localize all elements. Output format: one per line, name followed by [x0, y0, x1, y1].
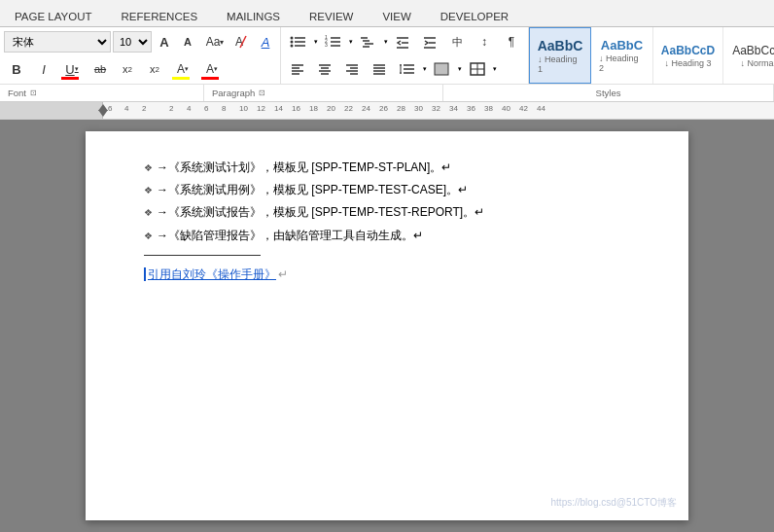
bullet-item-4: ❖ →《缺陷管理报告》，由缺陷管理工具自动生成。↵ — [144, 227, 630, 245]
italic-button[interactable]: I — [31, 56, 56, 82]
bullet-symbol-4: ❖ — [144, 229, 153, 244]
decrease-indent-button[interactable] — [390, 29, 415, 54]
bullet-item-1: ❖ →《系统测试计划》，模板见 [SPP-TEMP-ST-PLAN]。↵ — [144, 159, 630, 177]
line-spacing-button[interactable] — [394, 56, 421, 82]
font-color-button[interactable]: A▾ — [198, 56, 226, 82]
font-size-select[interactable]: 10 — [113, 31, 152, 53]
bullet-text-3: →《系统测试报告》，模板见 [SPP-TEMP-TEST-REPORT]。↵ — [157, 203, 484, 222]
style-heading3-preview: AaBbCcD — [661, 44, 715, 57]
style-normal[interactable]: AaBbCcD ↓ Normal — [723, 27, 774, 84]
svg-point-6 — [291, 45, 294, 48]
chinese-layout-button[interactable]: 中 — [444, 29, 470, 54]
bullet-symbol-2: ❖ — [144, 183, 153, 198]
svg-point-2 — [291, 37, 294, 40]
style-heading2[interactable]: AaBbC ↓ Heading 2 — [591, 27, 653, 84]
bullet-item-2: ❖ →《系统测试用例》，模板见 [SPP-TEMP-TEST-CASE]。↵ — [144, 181, 630, 199]
paragraph-expand-icon[interactable]: ⊡ — [259, 89, 265, 97]
tab-review[interactable]: REVIEW — [295, 5, 368, 27]
reference-arrow: ↵ — [278, 266, 288, 284]
ruler: 6 4 2 2 4 6 8 10 12 14 16 18 20 22 24 26… — [0, 102, 774, 120]
style-normal-label: ↓ Normal — [740, 58, 774, 68]
svg-rect-43 — [435, 63, 448, 75]
align-left-button[interactable] — [285, 56, 310, 82]
section-labels: Font ⊡ Paragraph ⊡ Styles — [0, 84, 774, 101]
divider-line — [144, 255, 261, 256]
underline-button[interactable]: U▾ — [58, 56, 86, 82]
text-effects-button[interactable]: A — [255, 29, 276, 54]
style-heading3-label: ↓ Heading 3 — [664, 58, 711, 68]
bold-button[interactable]: B — [4, 56, 29, 82]
reference-text[interactable]: 引用自刘玲《操作手册》 — [148, 266, 276, 284]
tab-view[interactable]: VIEW — [368, 5, 425, 27]
bullet-symbol-1: ❖ — [144, 160, 153, 176]
multilevel-list-button[interactable] — [355, 29, 382, 54]
bullet-text-4: →《缺陷管理报告》，由缺陷管理工具自动生成。↵ — [157, 227, 423, 245]
text-cursor — [144, 267, 146, 281]
subscript-button[interactable]: x2 — [115, 56, 140, 82]
tab-bar: PAGE LAYOUT REFERENCES MAILINGS REVIEW V… — [0, 0, 774, 27]
style-normal-preview: AaBbCcD — [732, 44, 774, 57]
style-heading2-preview: AaBbC — [601, 38, 643, 53]
paragraph-section-label: Paragraph ⊡ — [204, 85, 443, 101]
svg-point-4 — [291, 41, 294, 44]
style-heading2-label: ↓ Heading 2 — [599, 53, 645, 73]
reference-line: 引用自刘玲《操作手册》 ↵ — [144, 266, 630, 284]
tab-developer[interactable]: DEVELOPER — [426, 5, 523, 27]
bullet-symbol-3: ❖ — [144, 205, 153, 221]
font-expand-icon[interactable]: ⊡ — [30, 89, 37, 97]
style-heading3[interactable]: AaBbCcD ↓ Heading 3 — [653, 27, 723, 84]
watermark: https://blog.csd@51CTO博客 — [551, 495, 677, 511]
svg-text:A: A — [235, 35, 243, 49]
align-center-button[interactable] — [312, 56, 337, 82]
document-page: ❖ →《系统测试计划》，模板见 [SPP-TEMP-ST-PLAN]。↵ ❖ →… — [86, 131, 688, 520]
align-right-button[interactable] — [339, 56, 365, 82]
clear-format-button[interactable]: A — [231, 29, 253, 54]
font-grow-button[interactable]: A — [154, 31, 175, 53]
superscript-button[interactable]: x2 — [142, 56, 167, 82]
sort-button[interactable]: ↕ — [472, 29, 497, 54]
document-area[interactable]: ❖ →《系统测试计划》，模板见 [SPP-TEMP-ST-PLAN]。↵ ❖ →… — [0, 120, 774, 532]
bullet-item-3: ❖ →《系统测试报告》，模板见 [SPP-TEMP-TEST-REPORT]。↵ — [144, 203, 630, 222]
style-heading1[interactable]: AaBbC ↓ Heading 1 — [529, 27, 591, 84]
page-content: ❖ →《系统测试计划》，模板见 [SPP-TEMP-ST-PLAN]。↵ ❖ →… — [144, 159, 630, 284]
style-heading1-preview: AaBbC — [538, 38, 583, 53]
strikethrough-button[interactable]: ab — [88, 56, 113, 82]
increase-indent-button[interactable] — [417, 29, 442, 54]
ribbon: 宋体 10 A A Aa▾ A A — [0, 27, 774, 102]
styles-section-label: Styles — [443, 85, 774, 101]
change-case-button[interactable]: Aa▾ — [200, 29, 229, 54]
font-section-label: Font ⊡ — [0, 85, 204, 101]
bullet-text-1: →《系统测试计划》，模板见 [SPP-TEMP-ST-PLAN]。↵ — [157, 159, 451, 177]
tab-page-layout[interactable]: PAGE LAYOUT — [0, 5, 106, 27]
show-hide-button[interactable]: ¶ — [499, 29, 524, 54]
style-heading1-label: ↓ Heading 1 — [538, 54, 582, 74]
bullet-text-2: →《系统测试用例》，模板见 [SPP-TEMP-TEST-CASE]。↵ — [157, 181, 468, 199]
shading-button[interactable] — [429, 56, 456, 82]
bullet-list-button[interactable] — [285, 29, 312, 54]
font-name-select[interactable]: 宋体 — [4, 31, 111, 53]
highlight-button[interactable]: A▾ — [169, 56, 196, 82]
justify-button[interactable] — [367, 56, 392, 82]
font-shrink-button[interactable]: A — [177, 31, 198, 53]
borders-button[interactable] — [464, 56, 491, 82]
app-container: PAGE LAYOUT REFERENCES MAILINGS REVIEW V… — [0, 0, 774, 532]
tab-mailings[interactable]: MAILINGS — [212, 5, 295, 27]
tab-references[interactable]: REFERENCES — [106, 5, 212, 27]
numbered-list-button[interactable]: 123 — [320, 29, 347, 54]
svg-text:3: 3 — [325, 42, 328, 48]
